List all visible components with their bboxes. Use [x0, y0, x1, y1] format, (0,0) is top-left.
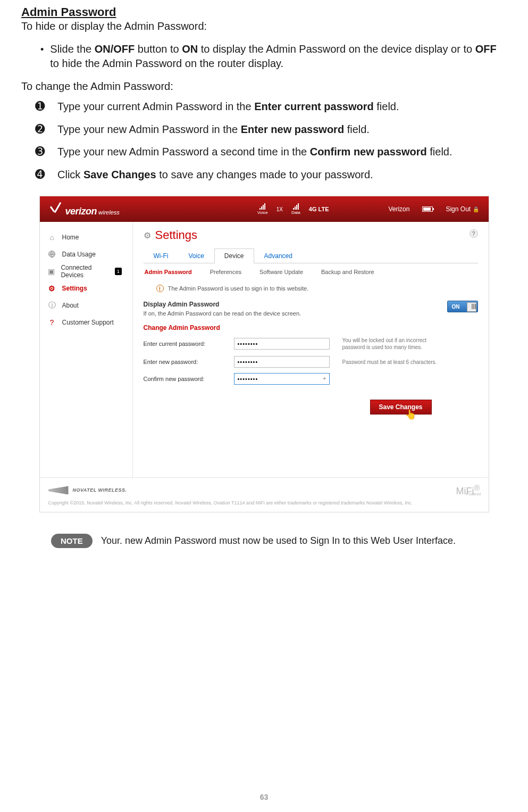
sign-out-label: Sign Out — [446, 205, 471, 213]
main-content: ? ⚙ Settings Wi-Fi Voice Device Advanced… — [132, 222, 489, 477]
header-right: Verizon Sign Out — [388, 205, 477, 213]
help-button[interactable]: ? — [470, 229, 478, 238]
intro-text-2: To change the Admin Password: — [21, 80, 507, 93]
step-number-icon: ➍ — [35, 167, 48, 183]
mifi-logo: MiFi® Powered — [456, 483, 480, 497]
note-callout: NOTE Your. new Admin Password must now b… — [21, 534, 507, 548]
step-text: Type your new Admin Password a second ti… — [57, 144, 452, 159]
txt-bold: Save Changes — [83, 169, 156, 180]
data-signal: Data — [291, 203, 300, 215]
verizon-check-icon — [49, 202, 64, 214]
devices-icon: ▣ — [47, 267, 56, 276]
intro-text-1: To hide or display the Admin Password: — [21, 20, 507, 32]
tab-advanced[interactable]: Advanced — [254, 248, 303, 263]
tab-device[interactable]: Device — [214, 248, 254, 263]
novatel-text: NOVATEL WIRELESS. — [73, 487, 127, 493]
txt-bold: Enter new password — [241, 123, 345, 135]
note-text: Your. new Admin Password must now be use… — [101, 535, 456, 546]
txt: button to — [135, 43, 182, 55]
display-password-toggle[interactable]: ON — [447, 301, 478, 312]
section-title: Admin Password — [21, 5, 507, 19]
tab-wifi[interactable]: Wi-Fi — [144, 248, 179, 263]
sidebar-item-label: Connected Devices — [61, 264, 110, 279]
step-3: ➌ Type your new Admin Password a second … — [35, 144, 507, 160]
step-number-icon: ➋ — [35, 122, 48, 137]
step-text: Type your current Admin Password in the … — [57, 99, 399, 114]
sidebar-item-label: About — [62, 302, 79, 309]
subtab-backup-restore[interactable]: Backup and Restore — [321, 269, 374, 275]
txt: Type your new Admin Password in the — [57, 123, 241, 135]
confirm-password-input[interactable] — [234, 373, 330, 385]
mifi-subtext: Powered — [466, 492, 481, 496]
subtab-software-update[interactable]: Software Update — [259, 269, 303, 275]
display-password-section: Display Admin Password If on, the Admin … — [144, 301, 478, 317]
network-1x-label: 1X — [276, 206, 283, 212]
txt-bold: Confirm new password — [310, 146, 427, 158]
battery-icon — [422, 206, 433, 212]
step-number-icon: ➊ — [35, 99, 48, 114]
change-password-heading: Change Admin Password — [144, 324, 478, 332]
page-title: Settings — [155, 228, 198, 242]
bullet-text: Slide the ON/OFF button to ON to display… — [50, 42, 507, 71]
current-password-hint: You will be locked out if an incorrect p… — [342, 337, 443, 351]
txt: field. — [344, 123, 370, 135]
signal-bars-icon — [259, 203, 265, 210]
bullet-dot-icon: • — [40, 42, 44, 57]
gear-icon: ⚙ — [144, 230, 151, 241]
toggle-label: ON — [452, 304, 460, 310]
sign-out-link[interactable]: Sign Out — [446, 205, 477, 213]
sidebar-item-data-usage[interactable]: 🌐︎Data Usage — [47, 246, 127, 262]
sidebar-item-about[interactable]: ⓘAbout — [47, 297, 127, 313]
steps-list: ➊ Type your current Admin Password in th… — [21, 99, 507, 182]
confirm-password-label: Confirm new password: — [144, 376, 234, 382]
sidebar-item-customer-support[interactable]: ?Customer Support — [47, 314, 127, 330]
home-icon: ⌂ — [47, 233, 57, 242]
page-title-row: ⚙ Settings — [144, 228, 478, 242]
globe-icon: 🌐︎ — [47, 250, 57, 259]
step-1: ➊ Type your current Admin Password in th… — [35, 99, 507, 114]
sidebar-item-home[interactable]: ⌂Home — [47, 229, 127, 245]
txt: Slide the — [50, 43, 94, 55]
txt: to display the Admin Password on the dev… — [198, 43, 475, 55]
save-changes-button[interactable]: Save Changes 👆 — [370, 400, 432, 415]
new-password-row: Enter new password: Password must be at … — [144, 356, 478, 368]
info-icon: i — [156, 285, 164, 292]
sidebar-item-label: Home — [62, 234, 79, 241]
sidebar-item-settings[interactable]: ⚙Settings — [47, 280, 127, 296]
txt-bold: ON/OFF — [95, 43, 135, 55]
carrier-label: Verizon — [388, 205, 409, 213]
novatel-wing-icon — [48, 486, 69, 494]
note-pill: NOTE — [51, 534, 93, 548]
info-icon: ⓘ — [47, 301, 57, 310]
display-password-subtext: If on, the Admin Password can be read on… — [144, 310, 301, 317]
signal-bars-icon — [293, 203, 299, 210]
network-4g-label: 4G LTE — [309, 206, 329, 212]
new-password-label: Enter new password: — [144, 359, 234, 365]
cursor-hand-icon: 👆 — [405, 409, 416, 420]
txt-bold: Enter current password — [254, 101, 374, 112]
txt: field. — [427, 146, 452, 158]
screenshot-figure: verizon wireless Voice 1X Data 4G LTE Ve… — [39, 196, 489, 512]
new-password-input[interactable] — [234, 356, 330, 368]
txt: Type your new Admin Password a second ti… — [57, 146, 310, 158]
current-password-input[interactable] — [234, 338, 330, 350]
step-text: Click Save Changes to save any changes m… — [57, 167, 373, 182]
current-password-row: Enter current password: You will be lock… — [144, 337, 478, 351]
subtab-admin-password[interactable]: Admin Password — [145, 269, 192, 275]
info-text: The Admin Password is used to sign in to… — [168, 285, 309, 292]
tabs: Wi-Fi Voice Device Advanced — [144, 248, 478, 263]
tab-voice[interactable]: Voice — [178, 248, 214, 263]
gear-icon: ⚙ — [47, 284, 57, 293]
sidebar-item-label: Customer Support — [62, 319, 114, 326]
display-password-text: Display Admin Password If on, the Admin … — [144, 301, 301, 317]
sidebar-item-connected-devices[interactable]: ▣Connected Devices1 — [47, 263, 127, 279]
subtab-preferences[interactable]: Preferences — [210, 269, 241, 275]
txt: Type your current Admin Password in the — [57, 101, 254, 112]
confirm-input-wrap: + — [234, 373, 330, 385]
page-number: 63 — [0, 793, 528, 801]
txt-bold: OFF — [475, 43, 497, 55]
sidebar-item-label: Settings — [62, 285, 87, 292]
data-label: Data — [291, 210, 300, 215]
subtabs: Admin Password Preferences Software Upda… — [144, 263, 478, 279]
voice-label: Voice — [257, 210, 268, 215]
